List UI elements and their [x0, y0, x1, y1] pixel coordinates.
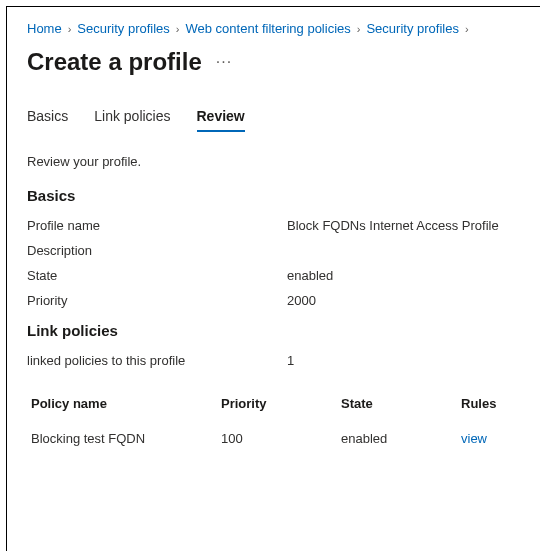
kv-priority: Priority 2000 — [27, 293, 525, 308]
kv-value: 2000 — [287, 293, 316, 308]
td-priority: 100 — [221, 431, 341, 446]
kv-label: linked policies to this profile — [27, 353, 287, 368]
th-state: State — [341, 396, 461, 411]
chevron-right-icon: › — [465, 23, 469, 35]
title-row: Create a profile ··· — [27, 48, 525, 76]
policies-table: Policy name Priority State Rules Blockin… — [27, 386, 525, 456]
th-policy-name: Policy name — [31, 396, 221, 411]
kv-value: Block FQDNs Internet Access Profile — [287, 218, 499, 233]
tab-basics[interactable]: Basics — [27, 104, 68, 132]
td-state: enabled — [341, 431, 461, 446]
kv-label: Profile name — [27, 218, 287, 233]
breadcrumb: Home › Security profiles › Web content f… — [27, 21, 525, 36]
kv-label: Description — [27, 243, 287, 258]
tab-link-policies[interactable]: Link policies — [94, 104, 170, 132]
kv-value: 1 — [287, 353, 294, 368]
breadcrumb-security-profiles-2[interactable]: Security profiles — [366, 21, 458, 36]
kv-label: State — [27, 268, 287, 283]
th-rules: Rules — [461, 396, 521, 411]
tab-review[interactable]: Review — [197, 104, 245, 132]
section-heading-basics: Basics — [27, 187, 525, 204]
td-policy-name: Blocking test FQDN — [31, 431, 221, 446]
review-subtext: Review your profile. — [27, 154, 525, 169]
page-title: Create a profile — [27, 48, 202, 76]
kv-linked-count: linked policies to this profile 1 — [27, 353, 525, 368]
tabs: Basics Link policies Review — [27, 104, 525, 132]
th-priority: Priority — [221, 396, 341, 411]
section-heading-link-policies: Link policies — [27, 322, 525, 339]
breadcrumb-home[interactable]: Home — [27, 21, 62, 36]
breadcrumb-web-content-filtering[interactable]: Web content filtering policies — [186, 21, 351, 36]
chevron-right-icon: › — [357, 23, 361, 35]
breadcrumb-security-profiles[interactable]: Security profiles — [77, 21, 169, 36]
kv-value: enabled — [287, 268, 333, 283]
kv-label: Priority — [27, 293, 287, 308]
page-frame: Home › Security profiles › Web content f… — [6, 6, 540, 551]
kv-state: State enabled — [27, 268, 525, 283]
td-rules-view-link[interactable]: view — [461, 431, 521, 446]
kv-profile-name: Profile name Block FQDNs Internet Access… — [27, 218, 525, 233]
chevron-right-icon: › — [176, 23, 180, 35]
table-row: Blocking test FQDN 100 enabled view — [27, 421, 525, 456]
more-actions-icon[interactable]: ··· — [216, 54, 232, 70]
kv-description: Description — [27, 243, 525, 258]
chevron-right-icon: › — [68, 23, 72, 35]
table-header: Policy name Priority State Rules — [27, 386, 525, 421]
